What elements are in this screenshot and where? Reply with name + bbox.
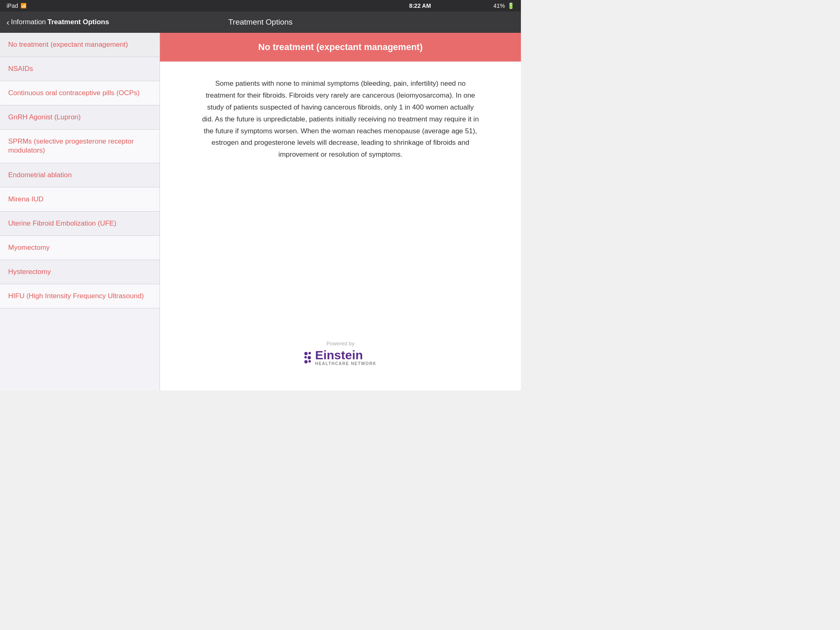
- sidebar-item-label-ocps: Continuous oral contraceptive pills (OCP…: [8, 89, 139, 97]
- status-bar-left: iPad 📶: [7, 2, 27, 9]
- status-bar: iPad 📶 8:22 AM 41% 🔋: [0, 0, 521, 11]
- content-header-title: No treatment (expectant management): [172, 42, 509, 52]
- sidebar-item-label-sprms: SPRMs (selective progesterone receptor m…: [8, 137, 134, 154]
- sidebar-item-hysterectomy[interactable]: Hysterectomy: [0, 260, 160, 284]
- sidebar-item-label-nsaids: NSAIDs: [8, 65, 33, 73]
- sidebar-item-ocps[interactable]: Continuous oral contraceptive pills (OCP…: [0, 81, 160, 105]
- status-bar-time: 8:22 AM: [409, 2, 431, 9]
- einstein-brand-name: Einstein: [315, 349, 377, 361]
- sidebar-item-label-ufe: Uterine Fibroid Embolization (UFE): [8, 219, 116, 227]
- device-label: iPad: [7, 2, 18, 9]
- content-text: Some patients with none to minimal sympt…: [201, 78, 480, 161]
- sidebar-item-label-no-treatment: No treatment (expectant management): [8, 41, 128, 48]
- einstein-brand-sub: HEALTHCARE NETWORK: [315, 361, 377, 366]
- powered-by-label: Powered by: [326, 340, 355, 347]
- back-label: Information: [11, 18, 46, 26]
- back-button[interactable]: ‹ Information Treatment Options: [0, 18, 116, 26]
- sidebar-item-mirena-iud[interactable]: Mirena IUD: [0, 187, 160, 212]
- sidebar-item-hifu[interactable]: HIFU (High Intensity Frequency Ultrasoun…: [0, 284, 160, 308]
- status-bar-right: 41% 🔋: [493, 2, 514, 9]
- einstein-text-block: Einstein HEALTHCARE NETWORK: [315, 349, 377, 366]
- content-area: No treatment (expectant management) Some…: [160, 33, 521, 390]
- wifi-icon: 📶: [21, 3, 27, 9]
- back-arrow-icon: ‹: [7, 18, 9, 26]
- nav-title: Treatment Options: [228, 18, 293, 27]
- sidebar: No treatment (expectant management)NSAID…: [0, 33, 160, 390]
- battery-icon: 🔋: [507, 2, 514, 9]
- battery-percentage: 41%: [493, 2, 505, 9]
- sidebar-item-label-endometrial-ablation: Endometrial ablation: [8, 171, 72, 179]
- einstein-logo-icon: [304, 352, 311, 363]
- sidebar-item-sprms[interactable]: SPRMs (selective progesterone receptor m…: [0, 130, 160, 163]
- sidebar-item-label-hysterectomy: Hysterectomy: [8, 268, 51, 276]
- content-body: Some patients with none to minimal sympt…: [160, 62, 521, 390]
- sidebar-item-label-myomectomy: Myomectomy: [8, 244, 50, 251]
- einstein-dot-6: [308, 360, 311, 363]
- sidebar-item-ufe[interactable]: Uterine Fibroid Embolization (UFE): [0, 212, 160, 236]
- einstein-dot-3: [304, 356, 307, 358]
- current-section-label: Treatment Options: [48, 18, 109, 26]
- sidebar-item-label-mirena-iud: Mirena IUD: [8, 195, 43, 203]
- nav-bar: ‹ Information Treatment Options Treatmen…: [0, 11, 521, 33]
- sidebar-item-label-hifu: HIFU (High Intensity Frequency Ultrasoun…: [8, 292, 144, 300]
- sidebar-item-endometrial-ablation[interactable]: Endometrial ablation: [0, 163, 160, 187]
- sidebar-item-nsaids[interactable]: NSAIDs: [0, 57, 160, 81]
- sidebar-item-gnrh[interactable]: GnRH Agonist (Lupron): [0, 105, 160, 130]
- sidebar-item-label-gnrh: GnRH Agonist (Lupron): [8, 113, 81, 121]
- einstein-footer: Powered by: [185, 332, 496, 378]
- app-body: No treatment (expectant management)NSAID…: [0, 33, 521, 390]
- sidebar-item-no-treatment[interactable]: No treatment (expectant management): [0, 33, 160, 57]
- einstein-dot-1: [304, 352, 308, 355]
- einstein-dot-4: [308, 356, 311, 359]
- content-header: No treatment (expectant management): [160, 33, 521, 62]
- einstein-dot-2: [308, 352, 311, 354]
- einstein-logo: Einstein HEALTHCARE NETWORK: [304, 349, 377, 366]
- sidebar-item-myomectomy[interactable]: Myomectomy: [0, 236, 160, 260]
- einstein-dot-5: [304, 360, 308, 363]
